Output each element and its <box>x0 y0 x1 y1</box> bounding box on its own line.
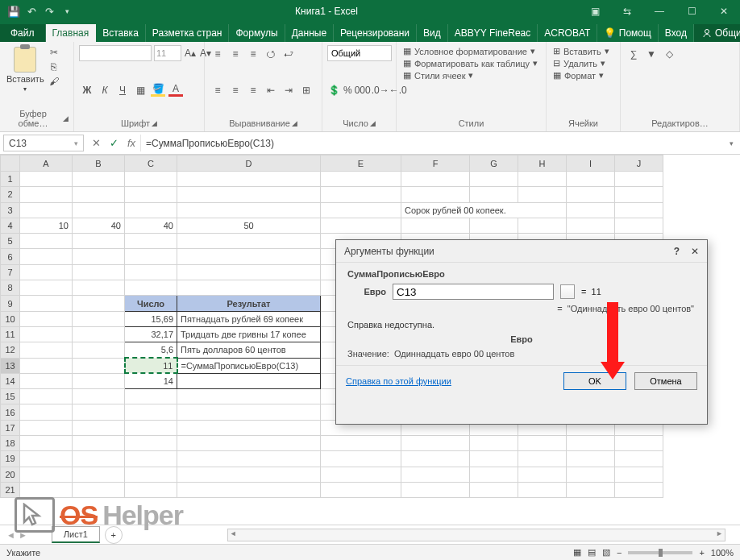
col-C[interactable]: C <box>125 156 177 172</box>
formula-input[interactable]: =СуммаПрописьюЕвро(C13) <box>140 135 722 151</box>
cursor-icon <box>15 497 55 533</box>
tab-home[interactable]: Главная <box>46 24 97 42</box>
ribbon-options-icon[interactable]: ▣ <box>579 0 611 23</box>
tab-formulas[interactable]: Формулы <box>229 24 285 42</box>
font-size-select[interactable] <box>154 45 181 61</box>
decimal-inc-icon[interactable]: .0→ <box>373 84 388 97</box>
horizontal-scrollbar[interactable] <box>227 529 725 541</box>
italic-icon[interactable]: К <box>98 84 112 97</box>
name-box[interactable]: C13▾ <box>3 135 84 151</box>
clear-icon[interactable]: ◇ <box>662 48 676 60</box>
share-button[interactable]: Общий доступ <box>694 24 740 42</box>
number-format-select[interactable] <box>327 45 392 61</box>
dialog-title: Аргументы функции <box>344 246 434 257</box>
range-selector-icon[interactable] <box>560 284 575 299</box>
tab-review[interactable]: Рецензировани <box>334 24 417 42</box>
zoom-value[interactable]: 100% <box>711 548 734 558</box>
col-J[interactable]: J <box>615 156 663 172</box>
tab-login[interactable]: Вход <box>659 24 694 42</box>
comma-icon[interactable]: 000 <box>355 84 370 97</box>
zoom-in-icon[interactable]: + <box>699 548 704 558</box>
border-icon[interactable]: ▦ <box>133 84 148 97</box>
col-D[interactable]: D <box>177 156 321 172</box>
status-bar: Укажите ▦ ▤ ▧ − + 100% <box>0 544 740 560</box>
expand-formula-icon[interactable]: ▾ <box>722 139 740 147</box>
copy-icon[interactable]: ⎘ <box>47 60 61 73</box>
align-top-icon[interactable]: ≡ <box>210 48 225 60</box>
view-page-icon[interactable]: ▤ <box>588 547 596 558</box>
currency-icon[interactable]: 💲 <box>328 84 340 97</box>
cancel-formula-icon[interactable]: ✕ <box>87 137 105 149</box>
align-bottom-icon[interactable]: ≡ <box>246 48 260 60</box>
align-left-icon[interactable]: ≡ <box>210 84 225 97</box>
tab-data[interactable]: Данные <box>285 24 334 42</box>
format-painter-icon[interactable]: 🖌 <box>47 75 61 88</box>
col-A[interactable]: A <box>20 156 73 172</box>
col-B[interactable]: B <box>73 156 125 172</box>
format-cells-button[interactable]: ▦ Формат ▾ <box>551 69 615 81</box>
tab-acrobat[interactable]: ACROBAT <box>538 24 597 42</box>
view-normal-icon[interactable]: ▦ <box>573 547 581 558</box>
tab-view[interactable]: Вид <box>417 24 448 42</box>
col-F[interactable]: F <box>401 156 470 172</box>
dialog-close-icon[interactable]: ✕ <box>691 246 699 257</box>
cancel-button[interactable]: Отмена <box>634 372 697 390</box>
wrap-text-icon[interactable]: ⮐ <box>281 48 296 60</box>
tab-abbyy[interactable]: ABBYY FineReaс <box>448 24 538 42</box>
conditional-formatting-button[interactable]: ▦ Условное форматирование ▾ <box>401 45 541 57</box>
tab-file[interactable]: Файл <box>0 24 46 42</box>
qat-chevron-down-icon[interactable]: ▾ <box>60 4 74 19</box>
font-family-select[interactable] <box>79 45 152 61</box>
underline-icon[interactable]: Ч <box>115 84 130 97</box>
cell-styles-button[interactable]: ▦ Стили ячеек ▾ <box>401 69 541 81</box>
dialog-help-icon[interactable]: ? <box>674 246 680 257</box>
redo-icon[interactable]: ↷ <box>42 4 56 19</box>
paste-button[interactable]: Вставить▾ <box>5 45 46 94</box>
paste-icon <box>14 47 36 73</box>
maximize-icon[interactable]: ☐ <box>676 0 708 23</box>
link-icon[interactable]: ⇆ <box>611 0 643 23</box>
align-center-icon[interactable]: ≡ <box>228 84 243 97</box>
col-H[interactable]: H <box>518 156 567 172</box>
bold-icon[interactable]: Ж <box>80 84 94 97</box>
function-help-link[interactable]: Справка по этой функции <box>346 376 555 386</box>
merge-icon[interactable]: ⊞ <box>299 84 314 97</box>
col-E[interactable]: E <box>321 156 401 172</box>
save-icon[interactable]: 💾 <box>6 4 21 19</box>
orientation-icon[interactable]: ⭯ <box>264 48 278 60</box>
percent-icon[interactable]: % <box>343 84 352 97</box>
dialog-titlebar[interactable]: Аргументы функции ? ✕ <box>336 240 707 263</box>
enter-formula-icon[interactable]: ✓ <box>105 137 123 149</box>
arg-input[interactable] <box>393 284 554 300</box>
increase-font-icon[interactable]: A▴ <box>185 47 196 60</box>
group-styles: ▦ Условное форматирование ▾ ▦ Форматиров… <box>397 42 547 131</box>
zoom-slider[interactable] <box>628 551 692 554</box>
tab-insert[interactable]: Вставка <box>96 24 146 42</box>
align-right-icon[interactable]: ≡ <box>246 84 260 97</box>
arg-label: Евро <box>347 287 386 297</box>
fill-icon[interactable]: ▼ <box>644 48 659 60</box>
delete-cells-button[interactable]: ⊟ Удалить ▾ <box>551 57 615 69</box>
col-I[interactable]: I <box>567 156 615 172</box>
sum-icon[interactable]: ∑ <box>626 48 641 60</box>
align-middle-icon[interactable]: ≡ <box>228 48 243 60</box>
view-break-icon[interactable]: ▧ <box>602 547 610 558</box>
tab-help[interactable]: 💡 Помощ <box>597 24 658 42</box>
decrease-indent-icon[interactable]: ⇤ <box>264 84 278 97</box>
group-cells: ⊞ Вставить ▾ ⊟ Удалить ▾ ▦ Формат ▾ Ячей… <box>547 42 621 131</box>
format-as-table-button[interactable]: ▦ Форматировать как таблицу ▾ <box>401 57 541 69</box>
tab-layout[interactable]: Разметка стран <box>146 24 230 42</box>
close-icon[interactable]: ✕ <box>708 0 740 23</box>
status-text: Укажите <box>6 548 40 558</box>
fx-icon[interactable]: fx <box>123 137 140 149</box>
zoom-out-icon[interactable]: − <box>617 548 622 558</box>
increase-indent-icon[interactable]: ⇥ <box>281 84 296 97</box>
undo-icon[interactable]: ↶ <box>24 4 39 19</box>
col-G[interactable]: G <box>470 156 518 172</box>
font-color-icon[interactable]: A <box>168 84 183 97</box>
minimize-icon[interactable]: — <box>643 0 676 23</box>
cut-icon[interactable]: ✂ <box>47 46 61 59</box>
fill-color-icon[interactable]: 🪣 <box>151 84 165 97</box>
insert-cells-button[interactable]: ⊞ Вставить ▾ <box>551 45 615 57</box>
window-title: Книга1 - Excel <box>74 6 579 17</box>
